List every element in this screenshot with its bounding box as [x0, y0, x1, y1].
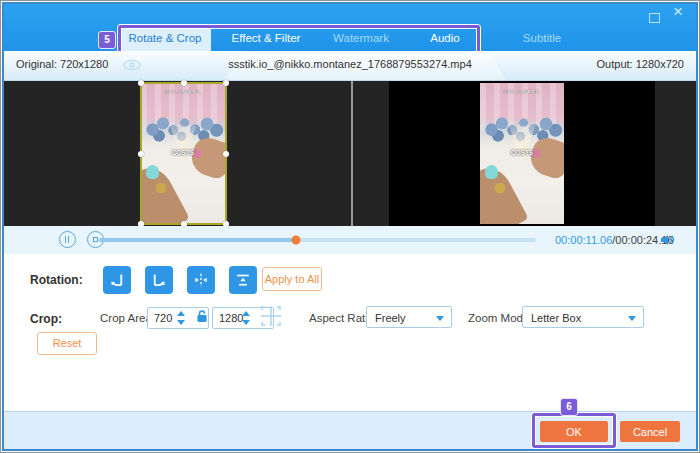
stop-icon [93, 237, 98, 242]
edit-controls-panel: Rotation: Apply to All Crop: Crop Area: … [4, 254, 696, 411]
output-letterbox: @WIL_CREATES_ COSTS [389, 81, 655, 226]
tab-rotate-crop[interactable]: Rotate & Crop [119, 25, 211, 51]
pause-icon [65, 236, 69, 243]
tab-subtitle[interactable]: Subtitle [496, 25, 588, 51]
stepper-down-icon[interactable] [177, 320, 185, 325]
crop-width-stepper[interactable] [177, 310, 187, 326]
zoom-mode-select[interactable]: Letter Box [522, 306, 644, 328]
current-time: 00:00:11.06 [555, 234, 612, 246]
aspect-ratio-select[interactable]: Freely [366, 306, 452, 328]
volume-icon[interactable] [659, 232, 675, 248]
flip-vertical-button[interactable] [229, 266, 257, 294]
flip-horizontal-icon [192, 271, 210, 289]
tab-audio[interactable]: Audio [406, 25, 484, 51]
tab-effect-filter[interactable]: Effect & Filter [216, 25, 316, 51]
output-resolution-label: Output: 1280x720 [597, 58, 684, 70]
rotate-right-icon [150, 271, 168, 289]
flip-horizontal-button[interactable] [187, 266, 215, 294]
cancel-button[interactable]: Cancel [620, 421, 680, 442]
maximize-icon [649, 13, 660, 23]
video-overlay-handle-text: @WIL_CREATES_ [480, 89, 564, 94]
rotate-left-icon [108, 271, 126, 289]
stepper-down-icon[interactable] [242, 320, 250, 325]
footer-bar: OK Cancel [4, 412, 696, 449]
flip-vertical-icon [234, 271, 252, 289]
crop-handle-nw[interactable] [138, 80, 144, 86]
video-watch [495, 183, 505, 193]
screenshot-stage: × Rotate & Crop Effect & Filter Watermar… [0, 0, 700, 453]
seek-slider[interactable] [99, 238, 536, 242]
pause-button[interactable] [59, 231, 76, 248]
close-button[interactable]: × [670, 5, 686, 19]
crop-handle-ne[interactable] [223, 80, 229, 86]
annotation-badge-5: 5 [98, 31, 116, 49]
output-preview-video: @WIL_CREATES_ COSTS [480, 83, 564, 224]
crop-handle-e[interactable] [223, 151, 229, 157]
maximize-button[interactable] [646, 11, 662, 25]
chevron-down-icon [628, 316, 636, 321]
crop-selection-box[interactable] [140, 82, 227, 225]
apply-to-all-button[interactable]: Apply to All [262, 267, 322, 291]
rotation-label: Rotation: [30, 273, 83, 287]
video-edit-window: × Rotate & Crop Effect & Filter Watermar… [0, 0, 700, 453]
aspect-ratio-value: Freely [375, 312, 406, 324]
rotate-left-button[interactable] [103, 266, 131, 294]
crop-height-stepper[interactable] [242, 310, 252, 326]
stepper-up-icon[interactable] [177, 311, 185, 316]
video-overlay-costs-text: COSTS [480, 149, 564, 156]
zoom-mode-value: Letter Box [531, 312, 581, 324]
stepper-up-icon[interactable] [242, 311, 250, 316]
crop-handle-n[interactable] [181, 80, 187, 86]
crop-label: Crop: [30, 312, 62, 326]
seek-slider-fill [99, 238, 296, 242]
crop-position-icon[interactable] [258, 303, 284, 329]
preview-divider [351, 81, 353, 226]
time-display: 00:00:11.06/00:00:24.16 [555, 234, 673, 246]
annotation-badge-6: 6 [560, 398, 578, 416]
tab-watermark[interactable]: Watermark [316, 25, 406, 51]
video-ribbon [485, 165, 498, 179]
rotate-right-button[interactable] [145, 266, 173, 294]
window-frame: × Rotate & Crop Effect & Filter Watermar… [2, 2, 698, 451]
playback-progress-handle[interactable] [291, 236, 300, 245]
info-bar: Original: 720x1280 ssstik.io_@nikko.mont… [4, 51, 696, 81]
ok-button[interactable]: OK [540, 421, 608, 442]
reset-button[interactable]: Reset [37, 332, 97, 355]
video-filename: ssstik.io_@nikko.montanez_1768879553274.… [4, 58, 696, 70]
playback-bar: 00:00:11.06/00:00:24.16 [4, 226, 696, 254]
aspect-lock-icon[interactable] [196, 309, 208, 323]
preview-area: @WIL_CREATES_ COSTS [4, 81, 696, 226]
crop-handle-w[interactable] [138, 151, 144, 157]
chevron-down-icon [436, 316, 444, 321]
